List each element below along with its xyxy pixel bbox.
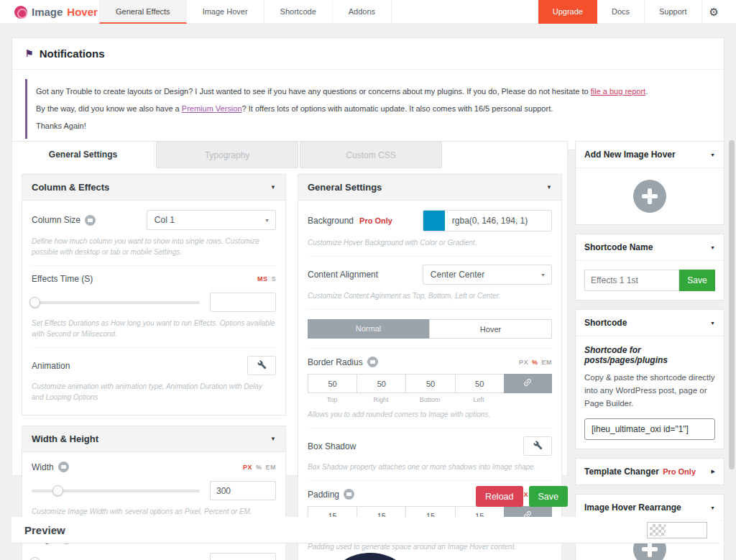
slider-knob[interactable] <box>29 557 40 560</box>
width-units[interactable]: PX%EM <box>243 464 276 471</box>
section-header-column-effects[interactable]: Column & Effects ▼ <box>22 175 285 201</box>
effects-time-units[interactable]: MSS <box>257 275 276 283</box>
template-changer-header[interactable]: Template Changer Pro Only ▶ <box>576 459 724 485</box>
nav-tab-shortcode[interactable]: Shortcode <box>264 0 333 24</box>
unit-em[interactable]: EM <box>266 464 277 471</box>
label-text: Column Size <box>32 215 80 225</box>
height-input[interactable] <box>210 553 276 560</box>
notice-line-2: By the way, did you know we also have a … <box>36 103 711 115</box>
box-title: Shortcode <box>584 318 627 328</box>
pro-only-badge: Pro Only <box>359 216 392 225</box>
preview-header: Preview <box>12 517 720 543</box>
gear-icon[interactable]: ⚙ <box>702 0 726 24</box>
alignment-select[interactable]: Center Center▼ <box>423 265 552 285</box>
state-segmented-control: Normal Hover <box>308 319 552 339</box>
sidebar-box-shortcode-name: Shortcode Name ▼ Save <box>575 234 724 300</box>
effects-time-help: Set Effects Durations as How long you wa… <box>32 318 276 339</box>
upgrade-button[interactable]: Upgrade <box>538 0 597 24</box>
side-label-spacer <box>503 396 552 403</box>
tab-typography[interactable]: Typography <box>156 142 298 168</box>
section-header-general-settings[interactable]: General Settings ▼ <box>298 175 561 201</box>
flag-icon: ⚑ <box>25 48 34 59</box>
preview-color-input[interactable] <box>647 522 707 538</box>
bug-report-link[interactable]: file a bug report <box>591 87 645 96</box>
support-button[interactable]: Support <box>645 0 702 24</box>
notice-line-1-text: Got any Trouble to create layouts or Des… <box>36 87 591 96</box>
background-help: Customize Hover Background with Color or… <box>308 237 552 248</box>
unit-em[interactable]: EM <box>542 359 553 366</box>
section-header-width-height[interactable]: Width & Height ▼ <box>22 426 285 452</box>
docs-button[interactable]: Docs <box>597 0 645 24</box>
add-new-header[interactable]: Add New Image Hover ▼ <box>576 142 724 167</box>
effects-time-slider[interactable] <box>32 301 200 304</box>
border-radius-right-input[interactable] <box>356 374 405 393</box>
unit-percent[interactable]: % <box>532 359 538 366</box>
border-radius-link-toggle[interactable] <box>504 374 552 393</box>
notice-message: Got any Trouble to create layouts or Des… <box>25 79 711 139</box>
reload-button[interactable]: Reload <box>476 486 523 507</box>
animation-wrench-button[interactable] <box>247 356 276 375</box>
caret-down-icon: ▼ <box>710 245 715 250</box>
caret-down-icon: ▼ <box>270 184 276 191</box>
tab-general-settings[interactable]: General Settings <box>12 142 155 168</box>
premium-version-link[interactable]: Premium Version <box>182 104 242 113</box>
color-swatch[interactable] <box>423 211 445 231</box>
border-radius-units[interactable]: PX%EM <box>519 359 552 366</box>
box-shadow-help: Box Shadow property attaches one or more… <box>308 462 552 472</box>
save-button[interactable]: Save <box>529 486 569 507</box>
border-radius-bottom-input[interactable] <box>405 374 454 393</box>
shortcode-body: Shortcode for posts/pages/plugins Copy &… <box>576 336 724 449</box>
column-size-label: Column Size <box>32 215 96 226</box>
nav-tab-general-effects[interactable]: General Effects <box>99 0 187 24</box>
state-hover-button[interactable]: Hover <box>429 319 552 339</box>
border-radius-side-labels: Top Right Bottom Left <box>308 396 552 403</box>
chevron-down-icon: ▼ <box>264 211 270 230</box>
side-label-bottom: Bottom <box>405 396 454 403</box>
tab-custom-css[interactable]: Custom CSS <box>300 142 442 168</box>
nav-tab-addons[interactable]: Addons <box>333 0 392 24</box>
nav-tab-image-hover[interactable]: Image Hover <box>187 0 264 24</box>
caret-right-icon: ▶ <box>712 469 715 474</box>
device-icon[interactable] <box>58 462 69 472</box>
field-effects-time: Effects Time (S) MSS Set Effects Duratio… <box>32 265 276 347</box>
state-normal-button[interactable]: Normal <box>308 319 429 339</box>
side-label-left: Left <box>454 396 503 403</box>
caret-down-icon: ▼ <box>710 152 715 157</box>
unit-s[interactable]: S <box>271 275 276 283</box>
effects-time-input[interactable] <box>210 293 276 312</box>
sidebar: Add New Image Hover ▼ Shortcode Name ▼ S… <box>575 141 724 560</box>
scrollbar-thumb[interactable] <box>729 140 735 469</box>
border-radius-left-input[interactable] <box>455 374 504 393</box>
caret-down-icon: ▼ <box>710 505 715 510</box>
shortcode-code-input[interactable] <box>584 418 715 440</box>
selected-value: Col 1 <box>155 215 175 225</box>
alignment-label: Content Alignment <box>308 270 378 280</box>
border-radius-label: Border Radius <box>308 357 378 367</box>
shortcode-name-header[interactable]: Shortcode Name ▼ <box>576 234 724 260</box>
unit-ms[interactable]: MS <box>257 275 268 283</box>
shortcode-header[interactable]: Shortcode ▼ <box>576 310 724 336</box>
slider-knob[interactable] <box>29 297 40 308</box>
device-icon[interactable] <box>367 357 378 367</box>
device-icon[interactable] <box>85 215 96 226</box>
notice-line-2-end: ? It offers lots of options with automat… <box>242 104 553 113</box>
shortcode-subtitle: Shortcode for posts/pages/plugins <box>584 345 715 365</box>
template-title-text: Template Changer <box>584 467 659 477</box>
transparency-checker-icon <box>650 524 666 536</box>
field-border-radius: Border Radius PX%EM Top Right <box>308 348 552 428</box>
shortcode-name-input[interactable] <box>584 270 679 291</box>
add-new-plus-button[interactable] <box>633 180 666 213</box>
preview-title: Preview <box>24 524 65 536</box>
box-shadow-wrench-button[interactable] <box>523 436 552 456</box>
notifications-card: ⚑ Notifications Got any Trouble to creat… <box>12 37 724 150</box>
unit-percent[interactable]: % <box>256 464 262 471</box>
section-title: General Settings <box>308 182 382 193</box>
unit-px[interactable]: PX <box>519 359 528 366</box>
shortcode-name-save-button[interactable]: Save <box>679 270 715 291</box>
unit-px[interactable]: PX <box>243 464 252 471</box>
background-color-field[interactable]: rgba(0, 146, 194, 1) <box>423 210 552 231</box>
column-size-select[interactable]: Col 1▼ <box>147 210 276 230</box>
footer-actions: Reload Save <box>12 486 568 507</box>
box-title: Template Changer Pro Only <box>584 467 696 477</box>
border-radius-top-input[interactable] <box>308 374 356 393</box>
